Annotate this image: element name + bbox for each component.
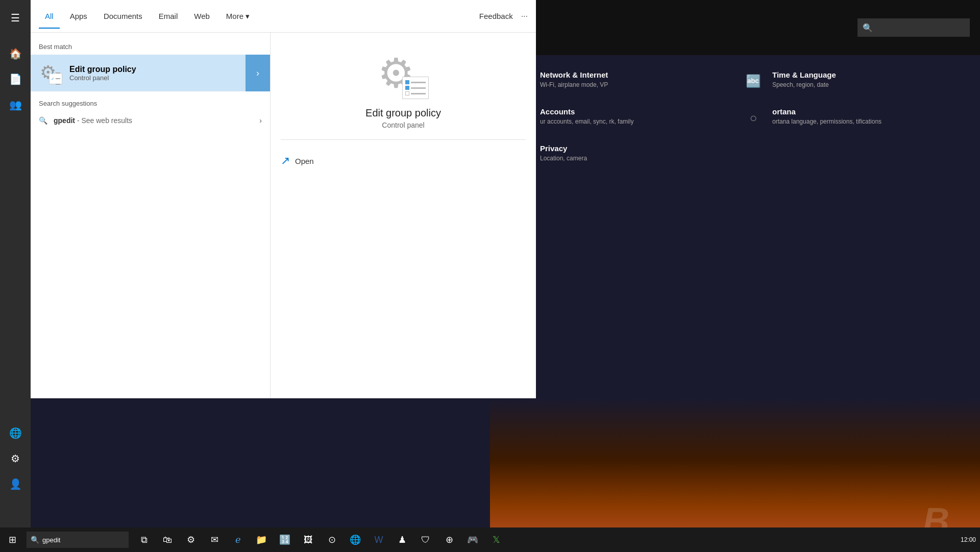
privacy-subtitle: Location, camera — [540, 155, 587, 162]
best-match-open-arrow[interactable]: › — [246, 55, 270, 91]
settings-cortana[interactable]: ○ ortana ortana language, permissions, t… — [743, 107, 960, 129]
app-detail-panel: ⚙ Edit group policy Control panel ↗ Open — [271, 33, 536, 187]
best-match-label: Best match — [31, 41, 270, 55]
search-tabs: All Apps Documents Email Web More ▾ Feed… — [31, 0, 536, 33]
sidebar-recent[interactable]: 📄 — [0, 66, 31, 92]
taskbar-search-input[interactable] — [42, 536, 124, 544]
open-icon: ↗ — [281, 154, 290, 167]
tab-apps[interactable]: Apps — [64, 8, 93, 25]
suggestion-search-icon: 🔍 — [39, 116, 47, 125]
cortana-title: ortana — [772, 107, 881, 116]
settings-icon-taskbar[interactable]: ⚙ — [180, 527, 202, 552]
open-label: Open — [295, 157, 314, 165]
results-right-panel: ⚙ Edit group policy Control panel ↗ Open — [271, 33, 536, 398]
xbox-icon[interactable]: 𝕏 — [485, 527, 507, 552]
tab-email[interactable]: Email — [153, 8, 184, 25]
best-match-title: Edit group policy — [69, 65, 262, 74]
chrome-icon[interactable]: ⊙ — [321, 527, 343, 552]
antivirus-icon[interactable]: 🛡 — [414, 527, 437, 552]
time-language-icon: 🔤 — [743, 70, 764, 92]
best-match-subtitle: Control panel — [69, 74, 262, 82]
steam-icon[interactable]: ♟ — [391, 527, 413, 552]
suggestion-suffix: - See web results — [75, 116, 132, 125]
word-icon[interactable]: W — [368, 527, 390, 552]
sidebar-settings[interactable]: ⚙ — [0, 446, 31, 471]
suggestion-text: gpedit - See web results — [54, 116, 253, 125]
store-icon[interactable]: 🛍 — [156, 527, 179, 552]
feedback-button[interactable]: Feedback — [479, 12, 513, 20]
tab-all[interactable]: All — [39, 8, 60, 25]
suggestion-arrow: › — [259, 116, 262, 125]
edge-icon[interactable]: ℯ — [227, 527, 249, 552]
uplay-icon[interactable]: ⊕ — [438, 527, 460, 552]
clock: 12:00 — [961, 536, 976, 543]
time-language-subtitle: Speech, region, date — [772, 81, 836, 88]
accounts-title: Accounts — [540, 107, 633, 116]
gpedit-small-icon: ⚙ ✓ ✓ ✓ — [39, 61, 63, 85]
taskbar: ⊞ 🔍 ⧉ 🛍 ⚙ ✉ ℯ 📁 🔢 🖼 ⊙ 🌐 W ♟ 🛡 ⊕ 🎮 𝕏 12:0… — [0, 527, 980, 552]
app-name-large: Edit group policy — [281, 107, 526, 119]
taskbar-search-icon: 🔍 — [31, 536, 39, 544]
suggestion-gpedit[interactable]: 🔍 gpedit - See web results › — [31, 111, 270, 130]
tab-web[interactable]: Web — [188, 8, 216, 25]
start-button[interactable]: ⊞ — [0, 527, 24, 552]
calculator-icon[interactable]: 🔢 — [274, 527, 296, 552]
sidebar-contacts[interactable]: 👥 — [0, 92, 31, 117]
settings-privacy[interactable]: 🔒 Privacy Location, camera — [510, 144, 727, 165]
sidebar-globe[interactable]: 🌐 — [0, 420, 31, 446]
best-match-text: Edit group policy Control panel — [69, 65, 262, 82]
chevron-down-icon: ▾ — [246, 12, 250, 21]
time-language-title: Time & Language — [772, 70, 836, 79]
search-panel: All Apps Documents Email Web More ▾ Feed… — [31, 0, 536, 398]
app-large-icon: ⚙ — [378, 53, 429, 99]
suggestion-keyword: gpedit — [54, 116, 75, 125]
task-view-button[interactable]: ⧉ — [133, 527, 155, 552]
results-list: Best match ⚙ ✓ ✓ ✓ Edit group policy — [31, 33, 271, 398]
start-menu-sidebar: ☰ 🏠 📄 👥 🌐 ⚙ 👤 — [0, 0, 31, 527]
accounts-subtitle: ur accounts, email, sync, rk, family — [540, 118, 633, 125]
panel-divider — [281, 139, 526, 140]
privacy-title: Privacy — [540, 144, 587, 153]
more-options-button[interactable]: ··· — [521, 12, 528, 21]
open-button[interactable]: ↗ Open — [281, 150, 314, 172]
photos-icon[interactable]: 🖼 — [297, 527, 320, 552]
sidebar-user[interactable]: 👤 — [0, 471, 31, 497]
tab-more[interactable]: More ▾ — [220, 8, 256, 25]
cortana-subtitle: ortana language, permissions, tification… — [772, 118, 881, 125]
app-category: Control panel — [281, 121, 526, 129]
taskbar-search-box[interactable]: 🔍 — [27, 532, 129, 548]
best-match-item[interactable]: ⚙ ✓ ✓ ✓ Edit group policy Control panel … — [31, 55, 270, 91]
cortana-icon: ○ — [743, 107, 764, 129]
sidebar-home[interactable]: 🏠 — [0, 41, 31, 66]
settings-network[interactable]: 🌐 Network & Internet Wi-Fi, airplane mod… — [510, 70, 727, 92]
ie-icon[interactable]: 🌐 — [344, 527, 366, 552]
network-title: Network & Internet — [540, 70, 608, 79]
search-content: Best match ⚙ ✓ ✓ ✓ Edit group policy — [31, 33, 536, 398]
hamburger-menu[interactable]: ☰ — [0, 5, 31, 31]
explorer-icon[interactable]: 📁 — [250, 527, 273, 552]
gamepad-icon[interactable]: 🎮 — [461, 527, 484, 552]
network-subtitle: Wi-Fi, airplane mode, VP — [540, 81, 608, 88]
suggestions-label: Search suggestions — [31, 91, 270, 111]
mail-icon[interactable]: ✉ — [203, 527, 226, 552]
taskbar-icon-group: ⧉ 🛍 ⚙ ✉ ℯ 📁 🔢 🖼 ⊙ 🌐 W ♟ 🛡 ⊕ 🎮 𝕏 — [133, 527, 507, 552]
settings-accounts[interactable]: 👤 Accounts ur accounts, email, sync, rk,… — [510, 107, 727, 129]
settings-time-language[interactable]: 🔤 Time & Language Speech, region, date — [743, 70, 960, 92]
tab-documents[interactable]: Documents — [97, 8, 149, 25]
system-tray: 12:00 — [961, 536, 980, 543]
